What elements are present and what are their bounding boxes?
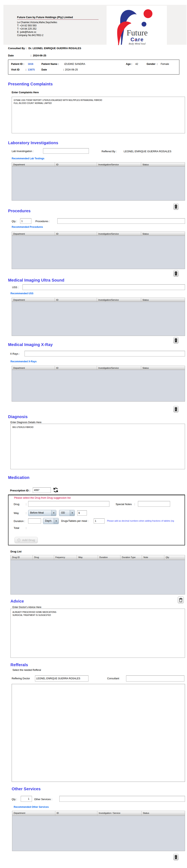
lab-investigation-label: Lab Investingation : bbox=[12, 150, 33, 153]
procedures-label: Procedures : bbox=[35, 220, 50, 223]
trash-icon bbox=[174, 855, 178, 859]
consultation-form-page: Future Care by Future Holdings (Pty) Lim… bbox=[0, 0, 187, 868]
advice-delete-button[interactable] bbox=[178, 596, 184, 603]
logo-text-future: Future bbox=[127, 28, 148, 37]
section-title-procedures: Procedures bbox=[8, 209, 31, 213]
recommended-xrays-link[interactable]: Recommended X-Rays bbox=[10, 360, 37, 363]
logo-text-care: Care bbox=[130, 36, 144, 42]
meal-timing-select[interactable]: Before Meal ▼ bbox=[28, 510, 56, 516]
other-table-header: Department ID Investigation / Service St… bbox=[12, 811, 185, 816]
visit-id-colon: : bbox=[26, 68, 26, 71]
consulted-by-row: Consulted By : Dr. LEONEL ENRIQUE GUERRA… bbox=[8, 47, 81, 50]
per-meal-input[interactable] bbox=[94, 518, 105, 524]
visit-date-row: Date : 2024-06-25 bbox=[8, 54, 46, 57]
uss-input[interactable] bbox=[23, 284, 185, 290]
frequency-select[interactable]: OD ▼ bbox=[59, 510, 75, 516]
prescription-id-input[interactable] bbox=[33, 487, 51, 493]
uss-table: Department ID Investigation/Service Stat… bbox=[12, 298, 185, 336]
lab-testings-table: Department ID Investigation/Service Stat… bbox=[12, 162, 185, 200]
other-services-label: Other Services : bbox=[34, 798, 52, 801]
xray-table-header: Department ID Investigation/Service Stat… bbox=[12, 366, 185, 370]
consultant-input[interactable] bbox=[126, 676, 184, 682]
drug-list-label: Drug List bbox=[10, 550, 22, 553]
drug-col-frequency: Fequency bbox=[54, 555, 77, 560]
duration-input[interactable] bbox=[28, 518, 41, 524]
add-drug-label: Add Drug bbox=[22, 538, 35, 542]
recommended-uss-link[interactable]: Recommended USS bbox=[10, 292, 33, 295]
section-title-presenting-complaints: Presenting Complaints bbox=[8, 82, 53, 86]
drug-col-duration-type: Duration Type bbox=[120, 555, 142, 560]
way-colon: : bbox=[26, 512, 27, 515]
drug-input[interactable] bbox=[28, 501, 109, 507]
patient-date-colon: : bbox=[63, 68, 64, 71]
consulted-by-value: Dr. LEONEL ENRIQUE GUERRA ROSALES bbox=[28, 47, 81, 50]
duration-label: Duration : bbox=[14, 520, 25, 523]
uss-col-department: Department bbox=[12, 298, 55, 302]
section-title-uss: Medical Imaging Ultra Sound bbox=[8, 278, 64, 283]
reffering-doctor-input[interactable] bbox=[35, 676, 88, 682]
lab-col-investigation: Investigation/Service bbox=[97, 162, 141, 166]
other-services-input[interactable] bbox=[59, 796, 185, 802]
procedures-qty-input[interactable] bbox=[20, 218, 31, 224]
complaints-textarea[interactable]: GYNAE USS TODAY REPORT: UTERUS ENLARGED … bbox=[12, 97, 185, 133]
procedures-delete-button[interactable] bbox=[173, 270, 179, 277]
lab-table-header: Department ID Investigation/Service Stat… bbox=[12, 162, 185, 166]
procedures-input[interactable] bbox=[57, 218, 185, 224]
diagnosis-textarea[interactable]: BIG UTERUS FIBROID bbox=[10, 424, 185, 469]
diagnosis-label: Enter Diagnosis Details Here bbox=[10, 421, 41, 424]
recommended-other-services-link[interactable]: Recommended Other Services bbox=[14, 806, 49, 808]
drug-label: Drug bbox=[14, 503, 19, 506]
advice-label: Enter Doctor's Advice Here bbox=[12, 606, 41, 609]
prescription-refresh-button[interactable] bbox=[53, 487, 59, 493]
recommended-procedures-link[interactable]: Recommended Procedures bbox=[12, 225, 43, 228]
way-qty-input[interactable] bbox=[77, 510, 87, 516]
refferals-list-box[interactable] bbox=[12, 684, 185, 782]
refresh-icon bbox=[53, 487, 59, 493]
advice-textarea[interactable]: ALREADY PRESCRIVED SOME MEDICATIONS SURG… bbox=[10, 609, 185, 658]
drug-col-duration: Duration bbox=[98, 555, 120, 560]
section-title-other-services: Other Services bbox=[12, 787, 41, 791]
patient-name-label: Patient Name : bbox=[41, 63, 59, 65]
drug-col-drug: Drug bbox=[33, 555, 54, 560]
recommended-lab-testings-link[interactable]: Recommended Lab Testings bbox=[12, 157, 44, 160]
section-title-refferals: Refferals bbox=[10, 662, 28, 667]
complaints-label: Enter Complaints Here bbox=[12, 91, 39, 94]
other-qty-input[interactable] bbox=[21, 796, 32, 802]
other-col-status: Status bbox=[142, 811, 185, 816]
special-notes-label: Special Notes bbox=[116, 503, 132, 506]
xray-delete-button[interactable] bbox=[173, 406, 179, 412]
patient-name-value: IZUDIKE SANDRA bbox=[64, 63, 85, 65]
xray-input[interactable] bbox=[25, 351, 185, 356]
total-label: Total bbox=[14, 526, 19, 529]
logo-blue-dot bbox=[142, 22, 146, 27]
other-services-delete-button[interactable] bbox=[173, 854, 179, 860]
lab-investigation-input[interactable] bbox=[43, 148, 89, 154]
patient-gender-label: Gender : bbox=[147, 63, 158, 65]
company-name: Future Care by Future Holdings (Pty) Lim… bbox=[17, 16, 73, 19]
drug-col-id: Drug ID bbox=[11, 555, 33, 560]
section-title-medication: Medication bbox=[8, 475, 29, 480]
lab-delete-button[interactable] bbox=[173, 204, 179, 210]
add-drug-button[interactable]: + Add Drug bbox=[14, 537, 38, 544]
drug-col-way: Way bbox=[77, 555, 98, 560]
chevron-down-icon: ▼ bbox=[70, 510, 75, 516]
uss-label: USS : bbox=[12, 286, 19, 289]
per-meal-label: Drugs/Tablets per meal : bbox=[61, 520, 88, 522]
date-colon: : bbox=[31, 54, 31, 57]
procedures-qty-label: Qty : bbox=[12, 220, 17, 223]
uss-delete-button[interactable] bbox=[173, 337, 179, 344]
patient-id-value: 1816 bbox=[28, 63, 33, 65]
xray-table: Department ID Investigation/Service Stat… bbox=[12, 366, 185, 402]
patient-gender-value: Female bbox=[161, 63, 169, 65]
company-number: Company No.8417652-2 bbox=[17, 34, 43, 37]
duration-unit-select[interactable]: Day/s ▼ bbox=[43, 518, 59, 524]
special-notes-input[interactable] bbox=[138, 501, 170, 507]
patient-age-label: Age : bbox=[126, 63, 132, 65]
trash-icon bbox=[174, 205, 178, 209]
procedures-col-id: ID bbox=[55, 232, 97, 236]
xray-col-id: ID bbox=[55, 366, 97, 370]
procedures-col-status: Status bbox=[141, 232, 185, 236]
consulted-by-label: Consulted By : bbox=[8, 47, 27, 50]
chevron-down-icon: ▼ bbox=[54, 518, 59, 524]
company-email: E: jude@future.sc bbox=[17, 31, 36, 33]
